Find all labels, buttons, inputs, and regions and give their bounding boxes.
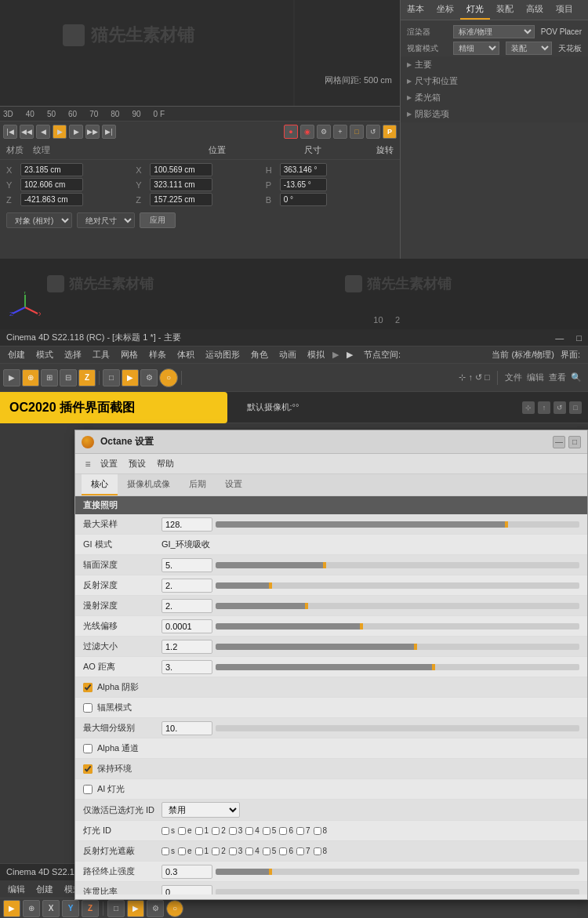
- menu-mode[interactable]: 模式: [31, 347, 58, 362]
- toolbar-btn-1[interactable]: ▶: [3, 369, 20, 386]
- octane-tab-core[interactable]: 核心: [82, 474, 118, 495]
- menu-spline[interactable]: 样条: [144, 347, 171, 362]
- lid-6[interactable]: 6: [279, 826, 293, 835]
- max-subdiv-input[interactable]: [162, 721, 212, 735]
- autokey-btn[interactable]: ◉: [300, 125, 314, 139]
- next-frame-btn[interactable]: ▶▶: [85, 125, 100, 139]
- alpha-shadow-check[interactable]: [83, 683, 93, 692]
- path-term-slider[interactable]: [216, 869, 579, 875]
- lid-8[interactable]: 8: [314, 826, 328, 835]
- glossy-depth-input[interactable]: [162, 599, 212, 613]
- reflect-depth-input[interactable]: [162, 579, 212, 593]
- lid-s[interactable]: s: [162, 826, 175, 835]
- keep-env-check[interactable]: [83, 764, 93, 774]
- h-rot-input[interactable]: [280, 163, 327, 176]
- keep-env-checkbox[interactable]: 保持环境: [83, 763, 132, 775]
- caustic-mode-check[interactable]: [83, 703, 93, 713]
- viewport-mode-select[interactable]: 精细: [453, 42, 499, 55]
- x-pos-input[interactable]: [20, 163, 83, 176]
- diffuse-depth-input[interactable]: [162, 558, 212, 572]
- octane-menu-help[interactable]: 帮助: [152, 456, 179, 471]
- viewport-icon-2[interactable]: ↑: [538, 401, 550, 414]
- ai-light-check[interactable]: [83, 785, 93, 794]
- rld-3[interactable]: 3: [229, 847, 243, 855]
- menu-create[interactable]: 创建: [3, 347, 30, 362]
- menu-interface-value[interactable]: 界面:: [556, 347, 585, 362]
- rld-4[interactable]: 4: [245, 847, 260, 855]
- filter-size-slider[interactable]: [216, 644, 579, 650]
- active-light-id-select[interactable]: 禁用: [162, 802, 240, 818]
- caustic-mode-checkbox[interactable]: 辐黑模式: [83, 702, 132, 713]
- tab-advanced[interactable]: 高级: [520, 0, 550, 20]
- lid-7[interactable]: 7: [296, 826, 310, 835]
- rld-6[interactable]: 6: [279, 847, 293, 855]
- rld-e[interactable]: e: [178, 847, 192, 855]
- octane-tab-camera[interactable]: 摄像机成像: [118, 474, 180, 495]
- frame-btn[interactable]: □: [350, 125, 364, 139]
- next-btn[interactable]: ▶: [69, 125, 83, 139]
- tab-coord[interactable]: 坐标: [430, 0, 460, 20]
- lid-5[interactable]: 5: [263, 826, 277, 835]
- y-pos-input[interactable]: [20, 178, 83, 191]
- ao-distance-slider[interactable]: [216, 664, 579, 670]
- settings-btn[interactable]: ⚙: [317, 125, 331, 139]
- apply-button[interactable]: 应用: [140, 212, 176, 228]
- bottom-btn-4[interactable]: Y: [62, 900, 79, 917]
- toolbar-btn-sphere[interactable]: ○: [159, 368, 178, 387]
- rld-5[interactable]: 5: [263, 847, 277, 855]
- lid-1[interactable]: 1: [195, 826, 209, 835]
- bottom-btn-7[interactable]: ▶: [127, 900, 144, 917]
- menu-volume[interactable]: 体积: [172, 347, 199, 362]
- menu-mesh[interactable]: 网格: [116, 347, 143, 362]
- alpha-shadow-checkbox[interactable]: Alpha 阴影: [83, 681, 139, 693]
- octane-menu-settings[interactable]: 设置: [96, 456, 122, 471]
- loop-btn[interactable]: ↺: [366, 125, 380, 139]
- bottom-menu-edit[interactable]: 编辑: [3, 882, 30, 897]
- rld-s[interactable]: s: [162, 847, 175, 855]
- plus-btn[interactable]: +: [333, 125, 347, 139]
- bottom-menu-create[interactable]: 创建: [31, 882, 58, 897]
- b-rot-input[interactable]: [280, 193, 327, 206]
- max-subdiv-slider[interactable]: [216, 725, 579, 731]
- alpha-channel-check[interactable]: [83, 744, 93, 753]
- tab-texture[interactable]: 纹理: [33, 144, 50, 156]
- reflect-depth-slider[interactable]: [216, 582, 579, 589]
- rld-8[interactable]: 8: [314, 847, 328, 855]
- lid-4[interactable]: 4: [245, 826, 260, 835]
- rld-1[interactable]: 1: [195, 847, 209, 855]
- viewport-accessory-select[interactable]: 装配: [506, 42, 552, 55]
- tab-basic[interactable]: 基本: [401, 0, 430, 20]
- tab-material[interactable]: 材质: [6, 144, 24, 156]
- ray-epsilon-slider[interactable]: [216, 623, 579, 630]
- bottom-btn-5[interactable]: Z: [82, 900, 99, 917]
- abs-dropdown[interactable]: 绝对尺寸: [77, 212, 135, 228]
- menu-simulate[interactable]: 模拟: [303, 347, 329, 362]
- x-size-input[interactable]: [150, 163, 212, 176]
- menu-animate[interactable]: 动画: [274, 347, 301, 362]
- section-size-pos[interactable]: 尺寸和位置: [401, 73, 588, 89]
- menu-character[interactable]: 角色: [246, 347, 273, 362]
- prev-btn[interactable]: ◀: [36, 125, 50, 139]
- octane-maximize-btn[interactable]: □: [568, 436, 581, 448]
- viewport-icon-3[interactable]: ↺: [554, 401, 566, 414]
- toolbar-btn-grid[interactable]: ⊞: [41, 369, 58, 386]
- z-size-input[interactable]: [150, 193, 212, 206]
- octane-minimize-btn[interactable]: —: [553, 436, 565, 448]
- coherent-ratio-input[interactable]: [162, 885, 212, 895]
- section-main[interactable]: 主要: [401, 56, 588, 73]
- menu-nodespace-value[interactable]: 节点空间:: [359, 347, 405, 362]
- menu-tools[interactable]: 工具: [88, 347, 114, 362]
- y-size-input[interactable]: [150, 178, 212, 191]
- ao-distance-input[interactable]: [162, 660, 212, 674]
- p-rot-input[interactable]: [280, 178, 327, 191]
- max-samples-slider[interactable]: [216, 521, 579, 528]
- glossy-depth-slider[interactable]: [216, 603, 579, 609]
- max-samples-input[interactable]: [162, 517, 212, 532]
- z-pos-input[interactable]: [20, 193, 83, 206]
- tab-light[interactable]: 灯光: [460, 0, 490, 20]
- toolbar-btn-minus[interactable]: ⊟: [60, 369, 77, 386]
- bottom-btn-8[interactable]: ⚙: [147, 900, 164, 917]
- diffuse-depth-slider[interactable]: [216, 562, 579, 568]
- bottom-btn-1[interactable]: ▶: [3, 900, 20, 917]
- prev-key-btn[interactable]: |◀: [3, 125, 17, 139]
